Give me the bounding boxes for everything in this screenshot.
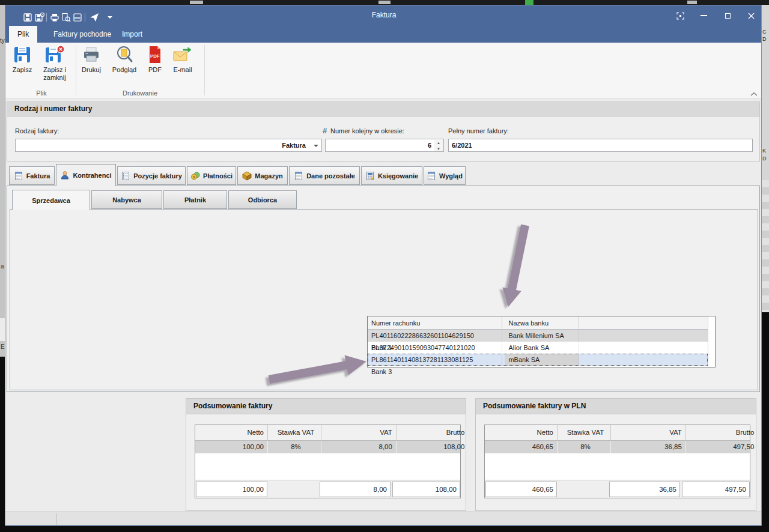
summary-header-row: Netto Stawka VAT VAT Brutto <box>485 425 750 441</box>
ribbon-tab-strip: Plik Faktury pochodne Import <box>5 26 761 43</box>
close-button[interactable] <box>746 10 756 21</box>
print-preview-icon[interactable] <box>61 13 71 22</box>
pelny-numer-label: Pełny numer faktury: <box>448 127 509 135</box>
tab-wyglad[interactable]: Wygląd <box>424 166 466 185</box>
titlebar[interactable]: PDF Faktura <box>5 5 761 26</box>
cell-bank[interactable]: Alior Bank SA <box>505 342 579 354</box>
chevron-down-icon[interactable] <box>314 145 318 147</box>
collapse-ribbon-icon[interactable] <box>750 92 758 97</box>
cell-vat: 36,85 <box>614 441 686 453</box>
email-button[interactable]: E-mail <box>168 45 197 74</box>
summary-header-row: Netto Stawka VAT VAT Brutto <box>195 425 460 441</box>
qat-separator <box>85 13 85 22</box>
dropdown-scrollbar[interactable] <box>708 316 715 367</box>
background-text-fragment: a <box>1 263 4 270</box>
background-left-strip <box>0 318 5 341</box>
tab-faktura[interactable]: Faktura <box>9 166 55 185</box>
send-icon[interactable] <box>89 12 100 23</box>
cell-bank[interactable]: mBank SA <box>505 354 579 366</box>
background-right-strip <box>762 180 769 312</box>
podglad-button[interactable]: Podgląd <box>108 45 141 74</box>
group-title: Rodzaj i numer faktury <box>7 102 759 116</box>
bank-row-mbank-selected[interactable]: PL86114011408137281133081125 mBank SA Ba… <box>368 354 708 366</box>
bank-row-alior[interactable]: PL37249010159093047740121020 Alior Bank … <box>368 342 708 354</box>
ribbon-tab-plik[interactable]: Plik <box>9 26 37 43</box>
background-fragment <box>687 1 697 4</box>
button-label: Podgląd <box>112 66 136 74</box>
email-envelope-icon <box>172 45 193 64</box>
document-icon <box>427 171 436 181</box>
background-fragment <box>378 1 391 4</box>
focus-mode-button[interactable] <box>675 10 685 21</box>
cell-numer[interactable]: PL40116022286632601104629150 <box>368 330 502 342</box>
tab-label: Magazyn <box>255 172 282 180</box>
minimize-button[interactable] <box>698 10 709 21</box>
tab-dane-pozostale[interactable]: Dane pozostałe <box>289 166 360 185</box>
tab-platnik[interactable]: Płatnik <box>163 190 227 209</box>
button-label: Zapisz i zamknij <box>37 66 73 82</box>
drukuj-button[interactable]: Drukuj <box>78 45 105 74</box>
column-header-nazwa-banku[interactable]: Nazwa banku <box>505 316 579 329</box>
cell-netto: 460,65 <box>485 441 558 453</box>
button-label: PDF <box>148 66 162 74</box>
maximize-button[interactable] <box>722 10 733 21</box>
pdf-button[interactable]: PDF PDF <box>144 45 166 74</box>
cell-numer[interactable]: PL37249010159093047740121020 <box>368 342 502 354</box>
tab-label: Odbiorca <box>248 196 277 204</box>
total-vat: 36,85 <box>609 482 680 497</box>
qat-dropdown-icon[interactable] <box>108 16 112 19</box>
tab-odbiorca[interactable]: Odbiorca <box>228 190 297 209</box>
bank-dropdown-popup: Numer rachunku Nazwa banku Opis PL401160… <box>367 316 716 367</box>
tab-platnosci[interactable]: $ Płatności <box>187 166 236 185</box>
ribbon-tab-import[interactable]: Import <box>114 26 151 43</box>
ribbon-group-separator <box>204 45 205 95</box>
hash-icon: # <box>323 126 327 135</box>
ribbon-tab-faktury-pochodne[interactable]: Faktury pochodne <box>45 26 120 43</box>
ribbon-group-separator <box>76 45 76 95</box>
floppy-red-x-icon <box>44 45 65 64</box>
column-header-numer-rachunku[interactable]: Numer rachunku <box>368 316 502 329</box>
summary-group: Podsumowanie faktury Netto Stawka VAT VA… <box>186 398 466 511</box>
cell-opis[interactable]: Bank 3 <box>368 366 497 378</box>
save-close-icon[interactable] <box>34 13 45 22</box>
tab-nabywca[interactable]: Nabywca <box>91 190 162 209</box>
calculator-icon <box>365 171 375 181</box>
save-icon[interactable] <box>23 13 32 22</box>
summary-table: Netto Stawka VAT VAT Brutto 100,00 8% 8,… <box>195 425 461 498</box>
summary-data-row: 100,00 8% 8,00 108,00 <box>195 441 460 453</box>
ribbon-group-plik: Plik <box>8 89 75 97</box>
tab-ksiegowanie[interactable]: Księgowanie <box>361 166 422 185</box>
ribbon-group-drukowanie: Drukowanie <box>76 89 204 97</box>
print-icon[interactable] <box>50 13 59 22</box>
total-netto: 100,00 <box>196 482 267 497</box>
tab-sprzedawca[interactable]: Sprzedawca <box>12 190 90 210</box>
zapisz-i-zamknij-button[interactable]: Zapisz i zamknij <box>37 45 73 82</box>
status-divider <box>56 513 56 525</box>
cell-netto: 100,00 <box>195 441 268 453</box>
tab-kontrahenci[interactable]: Kontrahenci <box>56 164 116 186</box>
zapisz-button[interactable]: Zapisz <box>9 45 35 74</box>
pdf-export-icon[interactable]: PDF <box>73 13 82 22</box>
pelny-numer-field[interactable]: 6/2021 <box>448 139 753 152</box>
cell-numer[interactable]: PL86114011408137281133081125 <box>368 354 502 366</box>
col-brutto: Brutto <box>688 425 758 440</box>
pdf-file-icon: PDF <box>145 45 165 64</box>
group-title: Podsumowanie faktury w PLN <box>476 399 756 414</box>
tab-pozycje-faktury[interactable]: Pozycje faktury <box>117 166 186 185</box>
tab-magazyn[interactable]: Magazyn <box>237 166 288 185</box>
background-fragment <box>525 0 533 5</box>
spinner-down-icon[interactable]: ▼ <box>434 146 443 152</box>
tab-label: Sprzedawca <box>32 197 70 204</box>
button-label: Drukuj <box>82 66 101 74</box>
bank-row-millenium[interactable]: PL40116022286632601104629150 Bank Millen… <box>368 330 708 342</box>
cell-stawka-vat: 8% <box>560 441 611 453</box>
screen: ty a E C D K D <box>0 0 769 532</box>
numer-kolejny-stepper[interactable]: 6 ▲ ▼ <box>325 139 444 152</box>
tab-label: Nabywca <box>112 196 141 204</box>
money-icon: $ <box>190 171 200 181</box>
summary-data-row: 460,65 8% 36,85 497,50 <box>485 441 750 453</box>
group-title: Podsumowanie faktury <box>186 399 466 414</box>
col-brutto: Brutto <box>399 425 468 440</box>
rodzaj-faktury-select[interactable]: Faktura <box>15 139 322 152</box>
cell-bank[interactable]: Bank Millenium SA <box>505 330 579 342</box>
